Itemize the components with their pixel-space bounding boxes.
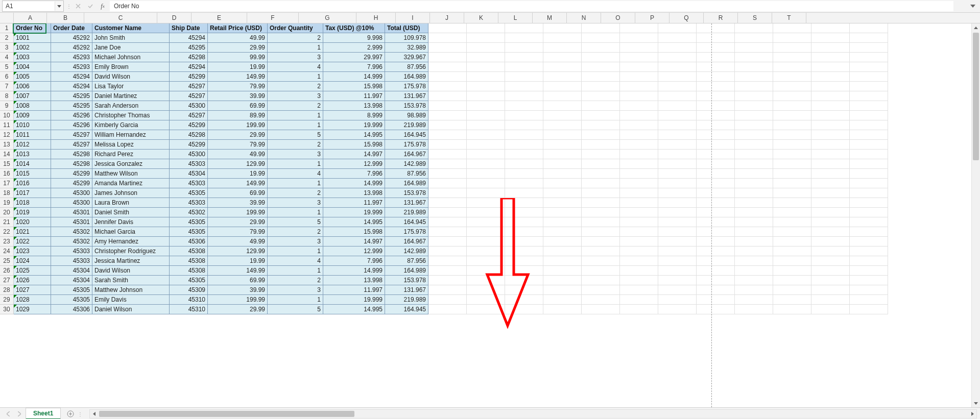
data-cell[interactable] bbox=[773, 169, 811, 179]
data-cell[interactable]: 3 bbox=[268, 285, 323, 295]
data-cell[interactable]: 45304 bbox=[51, 266, 92, 276]
data-cell[interactable]: 7.996 bbox=[323, 256, 385, 266]
column-header-A[interactable]: A bbox=[14, 13, 47, 23]
row-header[interactable]: 26 bbox=[0, 266, 14, 276]
data-cell[interactable] bbox=[735, 140, 773, 150]
header-cell-P[interactable] bbox=[697, 23, 735, 33]
data-cell[interactable] bbox=[697, 237, 735, 247]
data-cell[interactable]: 1016 bbox=[14, 179, 51, 188]
data-cell[interactable] bbox=[620, 266, 658, 276]
data-cell[interactable] bbox=[773, 266, 811, 276]
data-cell[interactable]: 45296 bbox=[51, 120, 92, 130]
data-cell[interactable] bbox=[620, 217, 658, 227]
column-header-F[interactable]: F bbox=[247, 13, 299, 23]
data-cell[interactable]: 69.99 bbox=[208, 188, 268, 198]
data-cell[interactable] bbox=[811, 159, 850, 169]
data-cell[interactable] bbox=[697, 208, 735, 217]
header-cell-A[interactable]: Order No bbox=[14, 23, 51, 33]
formula-bar-expand[interactable] bbox=[968, 1, 978, 11]
data-cell[interactable] bbox=[428, 305, 467, 314]
data-cell[interactable]: 45308 bbox=[170, 247, 208, 256]
data-cell[interactable] bbox=[505, 247, 543, 256]
row-header[interactable]: 6 bbox=[0, 72, 14, 82]
data-cell[interactable]: 45301 bbox=[51, 208, 92, 217]
data-cell[interactable] bbox=[543, 285, 582, 295]
data-cell[interactable] bbox=[658, 120, 697, 130]
data-cell[interactable] bbox=[735, 237, 773, 247]
data-cell[interactable]: 49.99 bbox=[208, 33, 268, 43]
vertical-scroll-track[interactable] bbox=[972, 32, 980, 399]
data-cell[interactable]: 329.967 bbox=[385, 53, 428, 62]
data-cell[interactable] bbox=[620, 276, 658, 285]
data-cell[interactable]: 45302 bbox=[51, 227, 92, 237]
data-cell[interactable] bbox=[735, 198, 773, 208]
data-cell[interactable] bbox=[811, 227, 850, 237]
row-header[interactable]: 23 bbox=[0, 237, 14, 247]
data-cell[interactable]: 11.997 bbox=[323, 91, 385, 101]
data-cell[interactable] bbox=[658, 305, 697, 314]
data-cell[interactable] bbox=[658, 169, 697, 179]
data-cell[interactable]: 1020 bbox=[14, 217, 51, 227]
data-cell[interactable] bbox=[428, 256, 467, 266]
data-cell[interactable]: 1026 bbox=[14, 276, 51, 285]
data-cell[interactable] bbox=[735, 43, 773, 53]
data-cell[interactable]: 1013 bbox=[14, 150, 51, 159]
data-cell[interactable] bbox=[582, 285, 620, 295]
data-cell[interactable] bbox=[467, 198, 505, 208]
data-cell[interactable] bbox=[811, 188, 850, 198]
data-cell[interactable] bbox=[773, 62, 811, 72]
data-cell[interactable]: 45299 bbox=[170, 140, 208, 150]
data-cell[interactable]: 3 bbox=[268, 91, 323, 101]
data-cell[interactable]: 219.989 bbox=[385, 208, 428, 217]
data-cell[interactable]: 13.998 bbox=[323, 188, 385, 198]
data-cell[interactable] bbox=[850, 82, 888, 91]
data-cell[interactable]: Lisa Taylor bbox=[92, 82, 170, 91]
data-cell[interactable] bbox=[697, 285, 735, 295]
data-cell[interactable] bbox=[543, 72, 582, 82]
data-cell[interactable] bbox=[735, 72, 773, 82]
data-cell[interactable] bbox=[735, 130, 773, 140]
data-cell[interactable]: 45293 bbox=[51, 53, 92, 62]
data-cell[interactable] bbox=[697, 295, 735, 305]
data-cell[interactable] bbox=[773, 285, 811, 295]
data-cell[interactable]: 2 bbox=[268, 82, 323, 91]
sheet-tab-active[interactable]: Sheet1 bbox=[26, 408, 61, 419]
horizontal-scroll-thumb[interactable] bbox=[99, 411, 354, 417]
data-cell[interactable] bbox=[735, 101, 773, 111]
data-cell[interactable] bbox=[505, 256, 543, 266]
data-cell[interactable]: 11.997 bbox=[323, 285, 385, 295]
data-cell[interactable]: 2 bbox=[268, 33, 323, 43]
data-cell[interactable] bbox=[505, 208, 543, 217]
data-cell[interactable] bbox=[543, 82, 582, 91]
data-cell[interactable] bbox=[773, 101, 811, 111]
data-cell[interactable] bbox=[811, 150, 850, 159]
data-cell[interactable]: 45299 bbox=[170, 120, 208, 130]
data-cell[interactable]: 39.99 bbox=[208, 91, 268, 101]
data-cell[interactable] bbox=[850, 256, 888, 266]
row-header[interactable]: 29 bbox=[0, 295, 14, 305]
data-cell[interactable]: 45300 bbox=[170, 150, 208, 159]
data-cell[interactable]: 29.997 bbox=[323, 53, 385, 62]
data-cell[interactable] bbox=[582, 227, 620, 237]
data-cell[interactable] bbox=[620, 179, 658, 188]
data-cell[interactable]: 1022 bbox=[14, 237, 51, 247]
data-cell[interactable]: 164.989 bbox=[385, 179, 428, 188]
data-cell[interactable] bbox=[811, 276, 850, 285]
data-cell[interactable] bbox=[697, 256, 735, 266]
header-cell-I[interactable] bbox=[428, 23, 467, 33]
data-cell[interactable] bbox=[620, 295, 658, 305]
row-header[interactable]: 28 bbox=[0, 285, 14, 295]
data-cell[interactable]: 45300 bbox=[51, 188, 92, 198]
data-cell[interactable] bbox=[811, 198, 850, 208]
data-cell[interactable] bbox=[505, 159, 543, 169]
data-cell[interactable] bbox=[850, 295, 888, 305]
data-cell[interactable]: 1001 bbox=[14, 33, 51, 43]
data-cell[interactable]: 69.99 bbox=[208, 276, 268, 285]
data-cell[interactable] bbox=[467, 266, 505, 276]
data-cell[interactable] bbox=[850, 43, 888, 53]
data-cell[interactable] bbox=[697, 101, 735, 111]
data-cell[interactable]: 45310 bbox=[170, 305, 208, 314]
data-cell[interactable]: 1 bbox=[268, 179, 323, 188]
data-cell[interactable] bbox=[467, 208, 505, 217]
data-cell[interactable] bbox=[543, 33, 582, 43]
